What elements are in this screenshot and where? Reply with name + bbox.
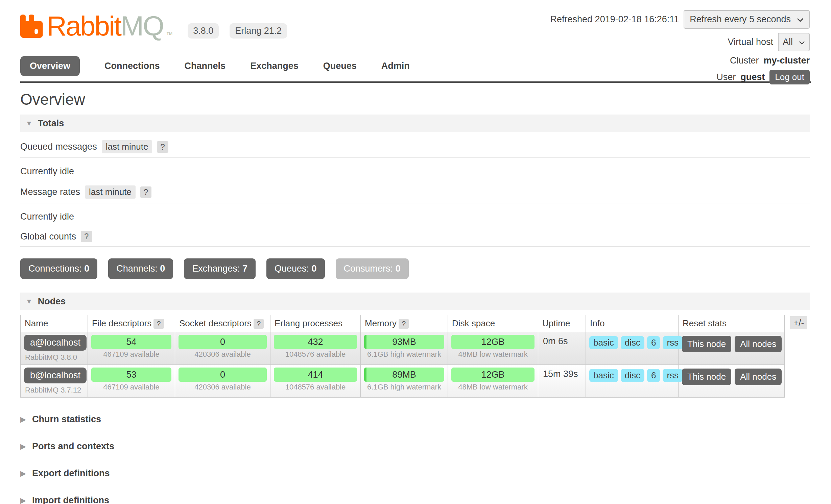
- header: RabbitMQ ™ 3.8.0 Erlang 21.2 Refreshed 2…: [0, 0, 831, 41]
- uptime-value: 15m 39s: [538, 365, 586, 398]
- file-descriptors-caption: 467109 available: [91, 383, 171, 392]
- col-info: Info: [586, 315, 679, 332]
- churn-statistics-section[interactable]: ▶ Churn statistics: [20, 414, 810, 425]
- info-tag-rss: rss: [663, 336, 683, 349]
- col-reset-stats: Reset stats: [679, 315, 785, 332]
- disk-space-caption: 48MB low watermark: [451, 383, 535, 392]
- help-icon[interactable]: ?: [254, 319, 264, 329]
- node-row-a: a@localhost RabbitMQ 3.8.0 54 467109 ava…: [21, 332, 785, 365]
- info-tag-disc: disc: [621, 369, 644, 382]
- queues-count-button[interactable]: Queues: 0: [266, 258, 325, 279]
- trademark-symbol: ™: [166, 31, 173, 39]
- chevron-down-icon: [797, 14, 804, 25]
- tab-connections[interactable]: Connections: [104, 56, 160, 76]
- totals-section-label: Totals: [38, 118, 64, 129]
- nodes-table: Name File descriptors? Socket descriptor…: [20, 315, 785, 398]
- tab-exchanges[interactable]: Exchanges: [250, 56, 299, 76]
- reset-this-node-button[interactable]: This node: [682, 336, 731, 352]
- tab-overview[interactable]: Overview: [20, 56, 80, 76]
- virtual-host-row: Virtual host All: [728, 33, 810, 51]
- refresh-interval-select[interactable]: Refresh every 5 seconds: [684, 10, 810, 29]
- refresh-row: Refreshed 2019-02-18 16:26:11 Refresh ev…: [550, 10, 810, 29]
- memory-caption: 6.1GB high watermark: [364, 350, 444, 359]
- user-name: guest: [740, 72, 765, 82]
- file-descriptors-bar: 54: [91, 335, 171, 349]
- info-tag-cores: 6: [647, 336, 660, 349]
- global-counts-label: Global counts: [20, 231, 76, 242]
- col-erlang-processes: Erlang processes: [270, 315, 361, 332]
- reset-this-node-button[interactable]: This node: [682, 369, 731, 385]
- totals-section-header[interactable]: ▼ Totals: [20, 115, 810, 132]
- disk-space-bar: 12GB: [451, 368, 535, 382]
- import-definitions-section[interactable]: ▶ Import definitions: [20, 495, 810, 504]
- version-badges: 3.8.0 Erlang 21.2: [188, 23, 287, 39]
- queued-messages-row: Queued messages last minute ?: [20, 140, 810, 158]
- node-version: RabbitMQ 3.8.0: [25, 353, 84, 362]
- tab-queues[interactable]: Queues: [323, 56, 357, 76]
- socket-descriptors-caption: 420306 available: [179, 383, 267, 392]
- virtual-host-label: Virtual host: [728, 37, 773, 47]
- node-name-link[interactable]: a@localhost: [24, 335, 87, 351]
- memory-caption: 6.1GB high watermark: [364, 383, 444, 392]
- col-memory: Memory?: [361, 315, 448, 332]
- socket-descriptors-bar: 0: [179, 335, 267, 349]
- disk-space-bar: 12GB: [451, 335, 535, 349]
- info-tag-disc: disc: [621, 336, 644, 349]
- help-icon[interactable]: ?: [140, 186, 151, 198]
- nodes-section-header[interactable]: ▼ Nodes: [20, 293, 810, 310]
- node-version: RabbitMQ 3.7.12: [25, 386, 84, 395]
- global-counts-buttons: Connections: 0 Channels: 0 Exchanges: 7 …: [20, 258, 810, 279]
- col-socket-descriptors: Socket descriptors?: [175, 315, 270, 332]
- col-file-descriptors: File descriptors?: [88, 315, 175, 332]
- rabbitmq-overview-page: RabbitMQ ™ 3.8.0 Erlang 21.2 Refreshed 2…: [0, 0, 831, 504]
- queued-messages-status: Currently idle: [20, 166, 810, 177]
- info-tag-basic: basic: [589, 369, 618, 382]
- session-panel: Refreshed 2019-02-18 16:26:11 Refresh ev…: [550, 10, 810, 84]
- virtual-host-select[interactable]: All: [778, 33, 810, 51]
- brand-wordmark: RabbitMQ: [47, 11, 163, 41]
- erlang-processes-caption: 1048576 available: [274, 383, 357, 392]
- ports-and-contexts-section[interactable]: ▶ Ports and contexts: [20, 441, 810, 452]
- reset-all-nodes-button[interactable]: All nodes: [735, 336, 782, 352]
- node-name-link[interactable]: b@localhost: [24, 368, 87, 383]
- rabbitmq-version-badge: 3.8.0: [188, 23, 219, 39]
- connections-count-button[interactable]: Connections: 0: [20, 258, 97, 279]
- global-counts-row: Global counts ?: [20, 231, 810, 247]
- export-definitions-section[interactable]: ▶ Export definitions: [20, 468, 810, 479]
- rabbitmq-logo-icon: [20, 14, 43, 40]
- tab-channels[interactable]: Channels: [185, 56, 226, 76]
- queued-messages-range-badge[interactable]: last minute: [102, 140, 152, 153]
- channels-count-button[interactable]: Channels: 0: [108, 258, 173, 279]
- col-uptime: Uptime: [538, 315, 586, 332]
- user-label: User: [716, 72, 736, 82]
- message-rates-range-badge[interactable]: last minute: [85, 185, 136, 199]
- memory-bar: 89MB: [364, 368, 444, 382]
- expand-triangle-icon: ▶: [20, 415, 26, 424]
- erlang-processes-bar: 414: [274, 368, 357, 382]
- reset-all-nodes-button[interactable]: All nodes: [735, 369, 782, 385]
- info-tag-rss: rss: [663, 369, 683, 382]
- file-descriptors-caption: 467109 available: [91, 350, 171, 359]
- table-header-row: Name File descriptors? Socket descriptor…: [21, 315, 785, 332]
- nodes-section-label: Nodes: [38, 296, 66, 307]
- help-icon[interactable]: ?: [81, 231, 92, 242]
- cluster-name: my-cluster: [763, 55, 810, 66]
- message-rates-status: Currently idle: [20, 211, 810, 222]
- col-disk-space: Disk space: [448, 315, 538, 332]
- tab-admin[interactable]: Admin: [381, 56, 410, 76]
- help-icon[interactable]: ?: [153, 319, 164, 329]
- exchanges-count-button[interactable]: Exchanges: 7: [184, 258, 256, 279]
- queued-messages-label: Queued messages: [20, 142, 97, 152]
- info-tags: basic disc 6 rss: [589, 336, 675, 349]
- consumers-count-button[interactable]: Consumers: 0: [336, 258, 409, 279]
- help-icon[interactable]: ?: [399, 319, 409, 329]
- erlang-processes-bar: 432: [274, 335, 357, 349]
- help-icon[interactable]: ?: [157, 141, 168, 153]
- info-tag-basic: basic: [589, 336, 618, 349]
- toggle-columns-button[interactable]: +/-: [790, 316, 807, 329]
- logout-button[interactable]: Log out: [769, 70, 810, 84]
- expand-triangle-icon: ▶: [20, 496, 26, 504]
- page-title: Overview: [20, 90, 810, 108]
- socket-descriptors-bar: 0: [179, 368, 267, 382]
- collapse-triangle-icon: ▼: [26, 120, 32, 127]
